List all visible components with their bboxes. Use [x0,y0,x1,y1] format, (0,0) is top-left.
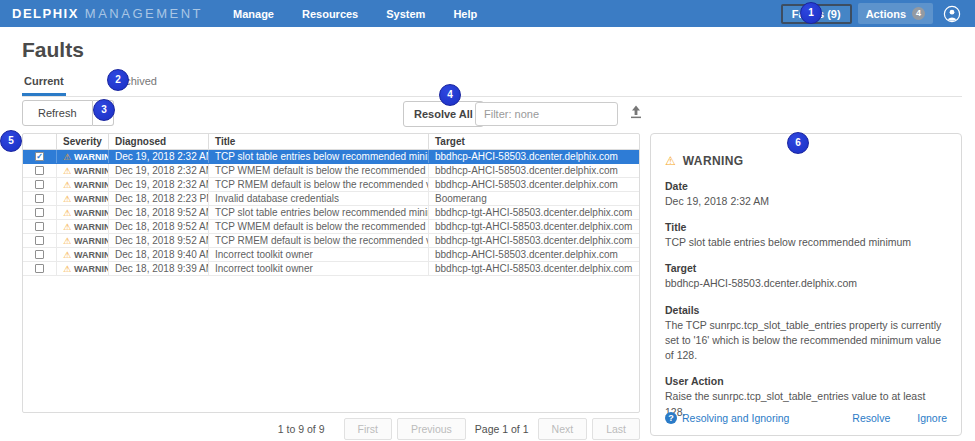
table-row[interactable]: ⚠ WARNING Dec 19, 2018 2:32 AM TCP slot … [23,150,639,164]
warning-triangle-icon: ⚠ [63,262,71,275]
annotation-callout-6: 6 [787,132,809,154]
warning-triangle-icon: ⚠ [63,220,71,233]
table-row[interactable]: ⚠ WARNING Dec 18, 2018 9:52 AM TCP RMEM … [23,234,639,248]
column-header-title[interactable]: Title [208,134,428,149]
title-cell: TCP slot table entries below recommended… [208,150,428,163]
brand-primary: DELPHIX [12,6,79,21]
nav-item-help[interactable]: Help [439,8,491,20]
row-checkbox[interactable] [35,222,44,231]
detail-date-value: Dec 19, 2018 2:32 AM [665,194,947,209]
table-body: ⚠ WARNING Dec 19, 2018 2:32 AM TCP slot … [23,150,639,276]
warning-triangle-icon: ⚠ [63,192,71,205]
tab-current[interactable]: Current [22,75,66,96]
actions-button-label: Actions [866,8,906,20]
target-cell: bbdhcp-tgt-AHCI-58503.dcenter.delphix.co… [428,220,639,233]
row-checkbox[interactable] [35,152,44,161]
faults-toolbar: Refresh ▼ Resolve All [0,100,975,128]
severity-label: WARNING [74,262,108,275]
severity-label: WARNING [74,164,108,177]
fault-detail-panel: ⚠ WARNING Date Dec 19, 2018 2:32 AM Titl… [650,133,962,436]
pagination-previous-button[interactable]: Previous [397,418,466,440]
target-cell: bbdhcp-tgt-AHCI-58503.dcenter.delphix.co… [428,234,639,247]
column-header-severity[interactable]: Severity [56,134,108,149]
user-profile-icon[interactable] [943,5,961,23]
export-icon[interactable] [628,104,644,120]
help-question-icon: ? [665,412,677,424]
diagnosed-cell: Dec 18, 2018 9:52 AM [108,220,208,233]
pagination-next-button[interactable]: Next [538,418,588,440]
resolve-all-button[interactable]: Resolve All [403,101,484,127]
refresh-button[interactable]: Refresh [22,100,93,126]
severity-label: WARNING [74,192,108,205]
delphix-logo: DELPHIX MANAGEMENT [12,6,203,21]
detail-footer-actions: Resolve Ignore [828,412,947,424]
detail-title-label: Title [665,221,947,233]
title-cell: TCP WMEM default is below the recommende… [208,164,428,177]
filter-input[interactable] [475,102,618,126]
table-row[interactable]: ⚠ WARNING Dec 18, 2018 9:39 AM Incorrect… [23,262,639,276]
row-checkbox[interactable] [35,194,44,203]
annotation-callout-1: 1 [800,2,822,24]
pagination-first-button[interactable]: First [344,418,392,440]
row-checkbox[interactable] [35,166,44,175]
pagination-last-button[interactable]: Last [592,418,640,440]
ignore-link[interactable]: Ignore [917,412,947,424]
row-checkbox[interactable] [35,208,44,217]
nav-item-system[interactable]: System [372,8,439,20]
column-header-diagnosed[interactable]: Diagnosed [108,134,208,149]
severity-label: WARNING [74,206,108,219]
faults-tabs: Current Archived [22,71,962,97]
row-checkbox-cell [23,262,56,275]
actions-count-badge: 4 [912,7,925,20]
row-checkbox-cell [23,206,56,219]
nav-item-manage[interactable]: Manage [219,8,288,20]
severity-cell: ⚠ WARNING [56,248,108,261]
table-row[interactable]: ⚠ WARNING Dec 19, 2018 2:32 AM TCP WMEM … [23,164,639,178]
row-checkbox-cell [23,192,56,205]
annotation-callout-4: 4 [439,84,461,106]
pagination-bar: 1 to 9 of 9 First Previous Page 1 of 1 N… [22,418,640,440]
detail-header: ⚠ WARNING [665,154,947,168]
detail-footer: ? Resolving and Ignoring Resolve Ignore [665,412,947,424]
page-title: Faults [22,38,84,62]
severity-cell: ⚠ WARNING [56,150,108,163]
severity-label: WARNING [74,150,108,163]
brand-secondary: MANAGEMENT [85,6,203,21]
select-all-column-header [23,134,56,149]
warning-triangle-icon: ⚠ [63,234,71,247]
title-cell: Incorrect toolkit owner [208,248,428,261]
title-cell: TCP slot table entries below recommended… [208,206,428,219]
column-header-target[interactable]: Target [428,134,639,149]
detail-details-value: The TCP sunrpc.tcp_slot_table_entries pr… [665,318,947,364]
row-checkbox[interactable] [35,180,44,189]
row-checkbox[interactable] [35,264,44,273]
warning-triangle-icon: ⚠ [63,150,71,163]
table-row[interactable]: ⚠ WARNING Dec 18, 2018 9:40 AM Incorrect… [23,248,639,262]
table-row[interactable]: ⚠ WARNING Dec 18, 2018 9:52 AM TCP WMEM … [23,220,639,234]
diagnosed-cell: Dec 18, 2018 9:52 AM [108,234,208,247]
title-cell: Invalid database credentials [208,192,428,205]
diagnosed-cell: Dec 19, 2018 2:32 AM [108,178,208,191]
faults-table: Severity Diagnosed Title Target ⚠ WARNIN… [22,133,640,413]
row-checkbox-cell [23,150,56,163]
table-row[interactable]: ⚠ WARNING Dec 19, 2018 2:32 AM TCP RMEM … [23,178,639,192]
table-header-row: Severity Diagnosed Title Target [23,134,639,150]
row-checkbox[interactable] [35,236,44,245]
nav-item-resources[interactable]: Resources [288,8,372,20]
resolving-and-ignoring-help-link[interactable]: ? Resolving and Ignoring [665,412,789,424]
severity-label: WARNING [74,220,108,233]
actions-button[interactable]: Actions 4 [858,3,933,24]
warning-triangle-icon: ⚠ [63,206,71,219]
annotation-callout-2: 2 [107,69,129,91]
warning-triangle-icon: ⚠ [63,178,71,191]
severity-label: WARNING [74,248,108,261]
resolve-link[interactable]: Resolve [852,412,890,424]
detail-date-label: Date [665,180,947,192]
table-row[interactable]: ⚠ WARNING Dec 18, 2018 9:52 AM TCP slot … [23,206,639,220]
target-cell: bbdhcp-AHCI-58503.dcenter.delphix.com [428,178,639,191]
table-row[interactable]: ⚠ WARNING Dec 18, 2018 2:23 PM Invalid d… [23,192,639,206]
row-checkbox[interactable] [35,250,44,259]
annotation-callout-5: 5 [0,130,22,152]
severity-label: WARNING [74,234,108,247]
severity-cell: ⚠ WARNING [56,164,108,177]
